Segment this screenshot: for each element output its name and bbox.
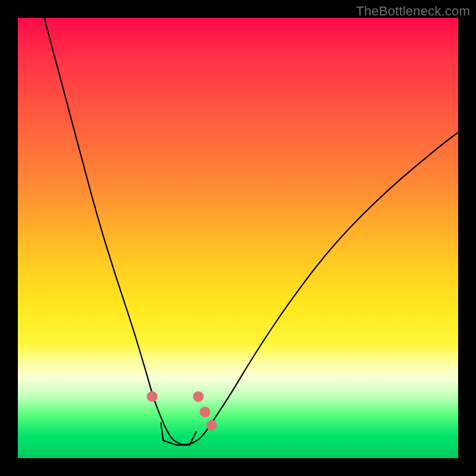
- curve-layer: [18, 18, 458, 458]
- curve-marker: [200, 406, 211, 417]
- plot-area: [18, 18, 458, 458]
- curve-marker: [147, 391, 158, 402]
- curve-marker: [206, 420, 217, 431]
- curve-marker: [193, 391, 203, 402]
- curve-markers: [147, 391, 217, 430]
- bottleneck-curve: [44, 18, 458, 444]
- trough-highlight: [161, 423, 196, 445]
- chart-frame: TheBottleneck.com: [0, 0, 476, 476]
- watermark-text: TheBottleneck.com: [356, 4, 470, 19]
